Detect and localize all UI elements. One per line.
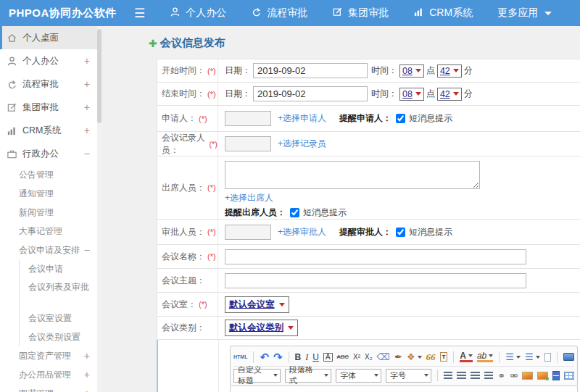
topnav-process-approval[interactable]: 流程审批 (251, 7, 307, 20)
sidebar-item-crm[interactable]: CRM系统 + (0, 119, 97, 142)
menu-toggle-icon[interactable]: ☰ (134, 6, 145, 21)
italic-button[interactable]: I (305, 353, 308, 362)
caret-down-icon (468, 354, 473, 357)
topnav-crm[interactable]: CRM系统 (413, 7, 473, 20)
required-mark: (*) (199, 300, 207, 309)
approver-input[interactable] (225, 225, 271, 240)
select-attendees-link[interactable]: +选择出席人 (225, 192, 273, 204)
expand-icon[interactable]: + (84, 388, 90, 392)
hour-unit-label: 点 (426, 88, 435, 100)
sidebar-item-desktop[interactable]: 个人桌面 (0, 26, 97, 49)
paste-text-icon[interactable]: T (440, 352, 448, 362)
palette-icon[interactable]: ❖ (407, 352, 422, 362)
strikethrough-button[interactable]: ABC (337, 354, 349, 360)
sidebar-item-office-supplies[interactable]: 办公用品管理 + (0, 365, 97, 384)
expand-icon[interactable]: + (84, 350, 90, 362)
topnav-personal-office[interactable]: 个人办公 (170, 7, 226, 20)
paragraph-format-select[interactable]: 段落格式 (285, 369, 332, 383)
sidebar-item-fixed-assets[interactable]: 固定资产管理 + (0, 346, 97, 365)
end-hour-select[interactable]: 08 (399, 88, 424, 101)
caret-down-icon (424, 374, 428, 377)
sidebar-item-meeting-list[interactable]: 会议列表及审批 (20, 278, 98, 309)
end-minute-select[interactable]: 42 (437, 88, 462, 101)
expand-icon[interactable]: + (84, 369, 90, 380)
insert-flash-icon[interactable] (537, 372, 548, 380)
sidebar-item-meeting-request[interactable]: 会议申请及安排 − (0, 241, 97, 259)
insert-media-icon[interactable] (552, 371, 560, 380)
blockquote-button[interactable]: 66 (426, 352, 436, 362)
start-date-input[interactable] (253, 63, 368, 78)
recorder-input[interactable] (225, 136, 271, 151)
sidebar-item-group-approval[interactable]: 集团审批 + (0, 96, 97, 119)
sidebar-item-notice-mgmt[interactable]: 通知管理 (0, 184, 97, 203)
attendees-sms-checkbox[interactable] (290, 208, 299, 217)
sidebar-item-news-mgmt[interactable]: 新闻管理 (0, 203, 97, 222)
insert-table-icon[interactable] (564, 372, 574, 380)
sidebar-item-events-mgmt[interactable]: 大事记管理 (0, 222, 97, 241)
topnav-group-approval[interactable]: 集团审批 (332, 7, 389, 20)
sidebar-item-announcement-mgmt[interactable]: 公告管理 (0, 165, 97, 184)
fullscreen-icon[interactable] (563, 353, 574, 361)
sidebar-item-library-mgmt[interactable]: 图书管理 + (0, 384, 97, 392)
collapse-icon[interactable]: − (84, 244, 90, 256)
highlight-color-button[interactable]: ab (477, 351, 493, 362)
caret-down-icon (415, 92, 421, 96)
format-brush-icon[interactable]: ✒ (394, 352, 402, 362)
expand-icon[interactable]: + (84, 125, 90, 136)
approver-sms-checkbox[interactable] (396, 228, 405, 237)
sidebar-item-meeting-category-setup[interactable]: 会议类别设置 (20, 328, 97, 346)
start-hour-select[interactable]: 08 (399, 64, 424, 78)
end-date-input[interactable] (253, 86, 368, 101)
caret-down-icon (453, 69, 459, 72)
sidebar: 个人桌面 个人办公 + 流程审批 + 集团审批 + CRM系统 + 行政办公 − (0, 26, 97, 392)
custom-title-select[interactable]: 自定义标题 (233, 369, 281, 383)
sidebar-item-admin-office[interactable]: 行政办公 − (0, 142, 97, 165)
font-family-select[interactable]: 字体 (336, 369, 381, 383)
html-source-button[interactable]: HTML (233, 354, 247, 359)
align-right-icon[interactable] (471, 372, 480, 379)
ordered-list-button[interactable]: ☰ (505, 352, 521, 362)
font-color-button[interactable]: A (460, 351, 473, 362)
sidebar-item-personal-office[interactable]: 个人办公 + (0, 49, 97, 72)
font-style-button[interactable]: A (323, 353, 333, 362)
applicant-sms-checkbox[interactable] (396, 114, 405, 123)
new-page-icon[interactable] (544, 353, 552, 362)
align-left-icon[interactable] (444, 372, 453, 379)
expand-icon[interactable]: + (84, 101, 90, 113)
expand-icon[interactable]: + (84, 55, 90, 67)
applicant-input[interactable] (225, 111, 271, 126)
select-applicant-link[interactable]: +选择申请人 (278, 112, 326, 125)
font-size-select[interactable]: 字号 (386, 369, 431, 383)
select-recorder-link[interactable]: +选择记录员 (278, 138, 326, 150)
subscript-button[interactable]: X₂ (365, 354, 373, 361)
superscript-button[interactable]: X² (353, 354, 360, 361)
bold-button[interactable]: B (295, 353, 302, 362)
eraser-icon[interactable]: ⌫ (377, 352, 390, 362)
topnav-more-apps[interactable]: 更多应用 (497, 7, 552, 20)
undo-icon[interactable]: ↶ (260, 351, 269, 362)
editor-content-area[interactable] (230, 386, 578, 392)
start-minute-select[interactable]: 42 (437, 64, 462, 78)
select-approver-link[interactable]: +选择审批人 (278, 226, 326, 238)
unordered-list-button[interactable]: ☰ (525, 352, 540, 362)
required-mark: (*) (207, 67, 216, 75)
insert-image-icon[interactable] (522, 372, 533, 380)
meeting-category-select[interactable]: 默认会议类别 (225, 320, 298, 336)
redo-icon[interactable]: ↷ (273, 351, 283, 362)
meeting-name-input[interactable] (225, 249, 526, 264)
recorder-label: 会议记录人员： (162, 132, 207, 157)
align-center-icon[interactable] (457, 372, 466, 379)
underline-button[interactable]: U (312, 353, 319, 362)
insert-link-icon[interactable]: ⚭ (497, 371, 505, 380)
form-row-content-editor: HTML ↶ ↷ B I U A ABC X² X₂ ⌫ (157, 340, 580, 392)
collapse-icon[interactable]: − (84, 148, 90, 159)
sidebar-item-process-approval[interactable]: 流程审批 + (0, 72, 97, 96)
attendees-textarea[interactable] (225, 161, 480, 189)
expand-icon[interactable]: + (84, 78, 90, 90)
meeting-subject-input[interactable] (225, 273, 526, 288)
meeting-room-select[interactable]: 默认会议室 (225, 296, 289, 313)
sidebar-item-meeting-room-setup[interactable]: 会议室设置 (20, 309, 97, 328)
remove-link-icon[interactable]: ⚮ (510, 371, 518, 380)
sidebar-item-meeting-apply[interactable]: 会议申请 (20, 259, 97, 278)
align-justify-icon[interactable] (484, 372, 494, 379)
